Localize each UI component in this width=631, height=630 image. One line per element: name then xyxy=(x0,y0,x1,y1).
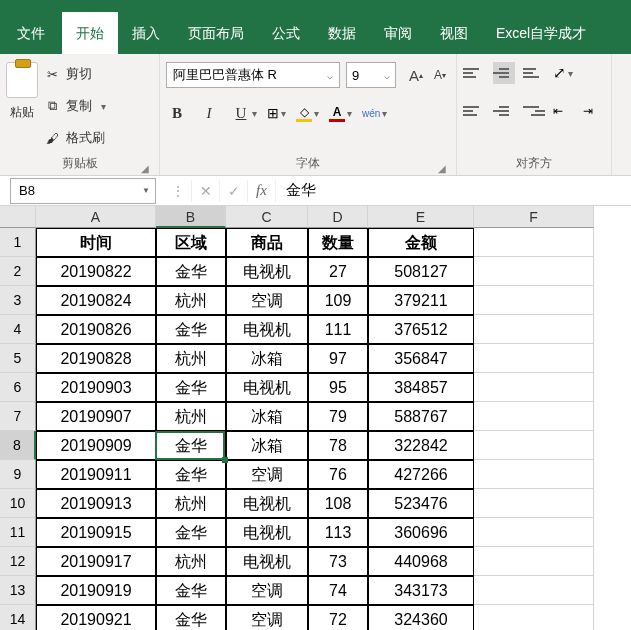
cell[interactable] xyxy=(474,547,594,576)
cell[interactable]: 杭州 xyxy=(156,489,226,518)
cell[interactable] xyxy=(474,286,594,315)
fill-color-button[interactable]: ◇▾ xyxy=(296,105,319,122)
align-right-button[interactable] xyxy=(523,100,545,122)
cell[interactable]: 111 xyxy=(308,315,368,344)
cell[interactable]: 588767 xyxy=(368,402,474,431)
font-name-combo[interactable]: 阿里巴巴普惠体 R⌵ xyxy=(166,62,340,88)
cell[interactable]: 杭州 xyxy=(156,547,226,576)
increase-indent-button[interactable]: ⇥ xyxy=(583,100,605,122)
cell[interactable]: 20190824 xyxy=(36,286,156,315)
row-header[interactable]: 2 xyxy=(0,257,36,286)
paste-button[interactable]: 粘贴 xyxy=(10,104,34,121)
cell[interactable]: 金华 xyxy=(156,576,226,605)
copy-button[interactable]: ⧉复制▾ xyxy=(44,94,106,118)
row-header[interactable]: 5 xyxy=(0,344,36,373)
row-header[interactable]: 12 xyxy=(0,547,36,576)
bold-button[interactable]: B xyxy=(166,102,188,124)
cell[interactable]: 73 xyxy=(308,547,368,576)
cell[interactable] xyxy=(474,431,594,460)
cell[interactable]: 区域 xyxy=(156,228,226,257)
cell[interactable]: 113 xyxy=(308,518,368,547)
tab-insert[interactable]: 插入 xyxy=(118,12,174,54)
phonetic-button[interactable]: wén▾ xyxy=(362,108,387,119)
align-top-button[interactable] xyxy=(463,62,485,84)
orientation-button[interactable]: ⤢▾ xyxy=(553,64,573,82)
cell[interactable]: 空调 xyxy=(226,605,308,630)
tab-review[interactable]: 审阅 xyxy=(370,12,426,54)
cell[interactable]: 360696 xyxy=(368,518,474,547)
cell[interactable]: 78 xyxy=(308,431,368,460)
cell[interactable]: 20190826 xyxy=(36,315,156,344)
col-header-B[interactable]: B xyxy=(156,206,226,228)
cell[interactable] xyxy=(474,373,594,402)
cell[interactable]: 27 xyxy=(308,257,368,286)
dialog-launcher-icon[interactable]: ◢ xyxy=(139,161,151,173)
formula-input[interactable]: 金华 xyxy=(276,181,631,200)
paste-icon[interactable] xyxy=(6,62,38,98)
name-box[interactable]: B8▼ xyxy=(10,178,156,204)
cell[interactable]: 杭州 xyxy=(156,344,226,373)
col-header-D[interactable]: D xyxy=(308,206,368,228)
tab-data[interactable]: 数据 xyxy=(314,12,370,54)
cell[interactable]: 数量 xyxy=(308,228,368,257)
cell[interactable]: 金华 xyxy=(156,431,226,460)
cell[interactable]: 20190917 xyxy=(36,547,156,576)
cell[interactable]: 金华 xyxy=(156,257,226,286)
cell[interactable]: 324360 xyxy=(368,605,474,630)
cell[interactable]: 杭州 xyxy=(156,286,226,315)
cell[interactable]: 金华 xyxy=(156,460,226,489)
cell[interactable]: 空调 xyxy=(226,576,308,605)
cancel-button[interactable]: ✕ xyxy=(192,180,220,202)
select-all-corner[interactable] xyxy=(0,206,36,228)
cell[interactable]: 20190903 xyxy=(36,373,156,402)
cell[interactable] xyxy=(474,315,594,344)
cell[interactable]: 20190907 xyxy=(36,402,156,431)
col-header-C[interactable]: C xyxy=(226,206,308,228)
row-header[interactable]: 11 xyxy=(0,518,36,547)
cell[interactable]: 379211 xyxy=(368,286,474,315)
row-header[interactable]: 6 xyxy=(0,373,36,402)
row-header[interactable]: 13 xyxy=(0,576,36,605)
cell[interactable]: 20190909 xyxy=(36,431,156,460)
cell[interactable]: 76 xyxy=(308,460,368,489)
cell[interactable]: 空调 xyxy=(226,460,308,489)
cell[interactable]: 金华 xyxy=(156,373,226,402)
cell[interactable] xyxy=(474,460,594,489)
cell[interactable]: 商品 xyxy=(226,228,308,257)
cell[interactable]: 322842 xyxy=(368,431,474,460)
cell[interactable]: 20190915 xyxy=(36,518,156,547)
cell[interactable] xyxy=(474,402,594,431)
cell[interactable] xyxy=(474,344,594,373)
cell[interactable] xyxy=(474,228,594,257)
cell[interactable]: 427266 xyxy=(368,460,474,489)
shrink-font-button[interactable]: A▾ xyxy=(430,65,450,85)
row-header[interactable]: 9 xyxy=(0,460,36,489)
col-header-E[interactable]: E xyxy=(368,206,474,228)
tab-home[interactable]: 开始 xyxy=(62,12,118,54)
cell[interactable]: 95 xyxy=(308,373,368,402)
cell[interactable]: 杭州 xyxy=(156,402,226,431)
enter-button[interactable]: ✓ xyxy=(220,180,248,202)
row-header[interactable]: 1 xyxy=(0,228,36,257)
cell[interactable]: 电视机 xyxy=(226,489,308,518)
cell[interactable]: 冰箱 xyxy=(226,431,308,460)
cell[interactable]: 356847 xyxy=(368,344,474,373)
cell[interactable]: 电视机 xyxy=(226,547,308,576)
cell[interactable]: 电视机 xyxy=(226,373,308,402)
cell[interactable]: 电视机 xyxy=(226,315,308,344)
cell[interactable]: 时间 xyxy=(36,228,156,257)
font-size-combo[interactable]: 9⌵ xyxy=(346,62,396,88)
cut-button[interactable]: ✂剪切 xyxy=(44,62,106,86)
row-header[interactable]: 4 xyxy=(0,315,36,344)
cell[interactable]: 冰箱 xyxy=(226,344,308,373)
cell[interactable]: 金华 xyxy=(156,605,226,630)
grow-font-button[interactable]: A▴ xyxy=(406,65,426,85)
border-button[interactable]: ⊞▾ xyxy=(267,105,286,121)
underline-button[interactable]: U xyxy=(230,102,252,124)
row-header[interactable]: 10 xyxy=(0,489,36,518)
cell[interactable]: 508127 xyxy=(368,257,474,286)
cell[interactable]: 97 xyxy=(308,344,368,373)
tab-excel-self[interactable]: Excel自学成才 xyxy=(482,12,600,54)
cell[interactable]: 384857 xyxy=(368,373,474,402)
row-header[interactable]: 14 xyxy=(0,605,36,630)
